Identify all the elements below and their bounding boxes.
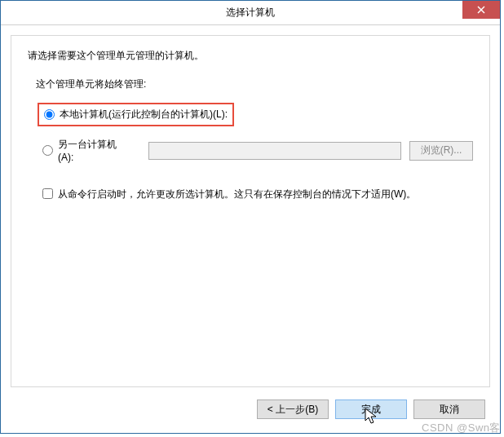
finish-button[interactable]: 完成 [335,399,407,419]
checkbox-cmdline-label: 从命令行启动时，允许更改所选计算机。这只有在保存控制台的情况下才适用(W)。 [58,188,416,201]
back-button[interactable]: < 上一步(B) [257,399,329,419]
content-outer: 请选择需要这个管理单元管理的计算机。 这个管理单元将始终管理: 本地计算机(运行… [1,25,500,433]
radio-another-label: 另一台计算机(A): [58,138,132,163]
titlebar-title: 选择计算机 [226,6,275,20]
radio-another[interactable] [42,145,53,156]
watermark: CSDN @Swn客 [422,421,501,435]
radio-another-row: 另一台计算机(A): 浏览(R)... [42,138,473,163]
checkbox-cmdline-row[interactable]: 从命令行启动时，允许更改所选计算机。这只有在保存控制台的情况下才适用(W)。 [42,188,473,201]
cancel-button[interactable]: 取消 [413,399,485,419]
content-panel: 请选择需要这个管理单元管理的计算机。 这个管理单元将始终管理: 本地计算机(运行… [11,35,490,387]
instruction-text: 请选择需要这个管理单元管理的计算机。 [28,49,473,63]
radio-local-row[interactable]: 本地计算机(运行此控制台的计算机)(L): [38,103,234,126]
dialog-window: 选择计算机 请选择需要这个管理单元管理的计算机。 这个管理单元将始终管理: 本地… [0,0,501,434]
sub-instruction-text: 这个管理单元将始终管理: [36,77,473,91]
button-bar: < 上一步(B) 完成 取消 [11,387,490,423]
close-icon [477,6,485,14]
radio-local[interactable] [44,109,55,120]
titlebar: 选择计算机 [1,1,500,25]
another-computer-input [148,142,401,160]
browse-button: 浏览(R)... [409,141,473,161]
checkbox-cmdline[interactable] [42,188,53,199]
close-button[interactable] [462,1,500,19]
radio-local-label: 本地计算机(运行此控制台的计算机)(L): [60,108,228,121]
